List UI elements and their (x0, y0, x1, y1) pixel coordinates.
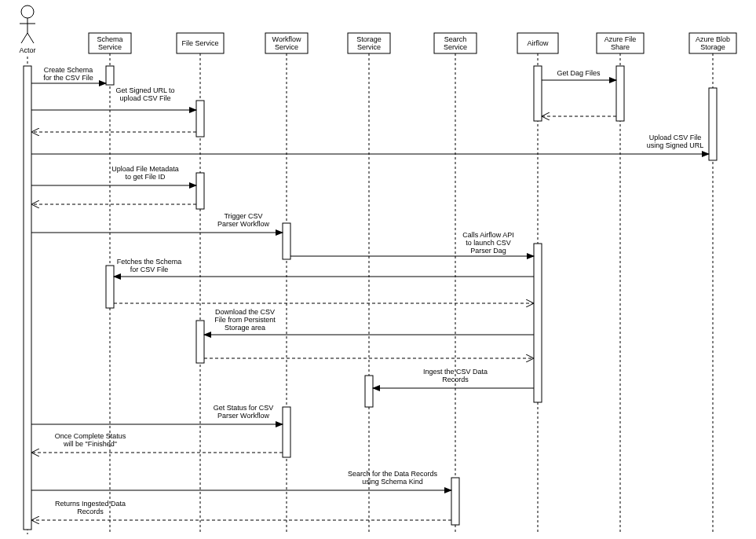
svg-text:using Schema Kind: using Schema Kind (362, 478, 423, 486)
activation-azblob (709, 88, 717, 160)
participant-search-service: Search Service (434, 33, 477, 534)
activation-schema-1 (106, 66, 114, 85)
svg-text:Calls Airflow API: Calls Airflow API (462, 231, 514, 239)
svg-text:Airflow: Airflow (527, 39, 549, 47)
svg-text:Get Status for CSV: Get Status for CSV (214, 404, 274, 412)
message-return-records: Returns Ingested Data Records (31, 500, 451, 520)
svg-point-0 (21, 6, 34, 18)
activation-storage (365, 376, 373, 407)
message-get-dag-files: Get Dag Files (542, 69, 616, 116)
svg-text:Records: Records (442, 376, 469, 383)
svg-text:Parser Dag: Parser Dag (470, 247, 506, 255)
activation-airflow-2 (534, 244, 542, 402)
svg-text:Upload File Metadata: Upload File Metadata (111, 165, 179, 173)
activation-file-2 (196, 173, 204, 209)
svg-text:Schema: Schema (97, 35, 122, 43)
message-get-status: Get Status for CSV Parser Workflow (31, 404, 283, 424)
svg-text:Fetches the Schema: Fetches the Schema (117, 258, 182, 266)
svg-text:Parser Workflow: Parser Workflow (217, 412, 269, 420)
message-status-finished: Once Complete Status will be "Finished" (31, 432, 283, 453)
message-upload-csv-file: Upload CSV File using Signed URL (31, 134, 709, 154)
svg-text:Download the CSV: Download the CSV (215, 308, 275, 316)
svg-line-4 (27, 33, 34, 43)
svg-text:Azure File: Azure File (604, 35, 637, 43)
svg-text:Trigger CSV: Trigger CSV (224, 212, 262, 220)
svg-text:for the CSV File: for the CSV File (43, 74, 93, 82)
svg-text:Storage: Storage (356, 35, 382, 43)
actor-label: Actor (19, 46, 35, 54)
svg-text:Get Dag Files: Get Dag Files (557, 69, 601, 77)
activation-actor (24, 66, 31, 530)
svg-text:Storage: Storage (700, 43, 725, 51)
message-upload-file-metadata: Upload File Metadata to get File ID (31, 165, 196, 204)
message-trigger-csv-parser: Trigger CSV Parser Workflow (31, 212, 283, 233)
message-ingest-csv-data: Ingest the CSV Data Records (373, 368, 534, 388)
svg-text:Parser Workflow: Parser Workflow (217, 220, 269, 228)
svg-text:Search: Search (444, 35, 467, 43)
participant-storage-service: Storage Service (348, 33, 390, 534)
svg-text:Records: Records (77, 508, 104, 515)
message-fetch-schema: Fetches the Schema for CSV File (114, 258, 534, 303)
svg-text:Service: Service (275, 43, 298, 51)
svg-text:Returns Ingested Data: Returns Ingested Data (55, 500, 126, 508)
svg-text:Workflow: Workflow (272, 35, 301, 43)
activation-workflow-2 (283, 407, 290, 457)
svg-text:Create Schema: Create Schema (44, 66, 93, 74)
svg-text:Storage area: Storage area (225, 324, 265, 332)
activation-schema-2 (106, 266, 114, 308)
message-search-records: Search for the Data Records using Schema… (31, 470, 451, 490)
svg-line-3 (21, 33, 27, 43)
message-get-signed-url: Get Signed URL to upload CSV File (31, 86, 196, 132)
svg-text:using Signed URL: using Signed URL (647, 141, 704, 149)
participant-workflow-service: Workflow Service (265, 33, 308, 534)
svg-text:Share: Share (611, 43, 630, 51)
activation-file-3 (196, 321, 204, 363)
svg-text:Upload CSV File: Upload CSV File (649, 134, 702, 141)
message-calls-airflow-api: Calls Airflow API to launch CSV Parser D… (290, 231, 534, 256)
activation-search (451, 478, 459, 525)
svg-text:Service: Service (357, 43, 381, 51)
sequence-diagram: Actor Schema Service File Service Workfl… (0, 0, 756, 539)
svg-text:File Service: File Service (181, 39, 218, 47)
svg-text:File from Persistent: File from Persistent (214, 316, 276, 324)
svg-text:to get File ID: to get File ID (125, 173, 166, 181)
svg-text:Once Complete Status: Once Complete Status (55, 432, 126, 440)
svg-text:upload CSV File: upload CSV File (119, 94, 170, 102)
svg-text:will be "Finished": will be "Finished" (63, 440, 117, 448)
svg-text:Search for the Data Records: Search for the Data Records (348, 470, 438, 478)
svg-text:Service: Service (98, 43, 122, 51)
svg-text:Ingest the CSV Data: Ingest the CSV Data (423, 368, 488, 376)
svg-text:Azure Blob: Azure Blob (696, 35, 730, 43)
activation-airflow-1 (534, 66, 542, 121)
svg-text:for CSV File: for CSV File (130, 266, 169, 273)
activation-azfile (616, 66, 624, 121)
svg-text:to launch CSV: to launch CSV (466, 239, 511, 247)
svg-text:Get Signed URL to: Get Signed URL to (115, 86, 174, 94)
activation-file-1 (196, 101, 204, 137)
activation-workflow-1 (283, 223, 290, 259)
svg-text:Service: Service (444, 43, 467, 51)
message-create-schema: Create Schema for the CSV File (31, 66, 106, 83)
